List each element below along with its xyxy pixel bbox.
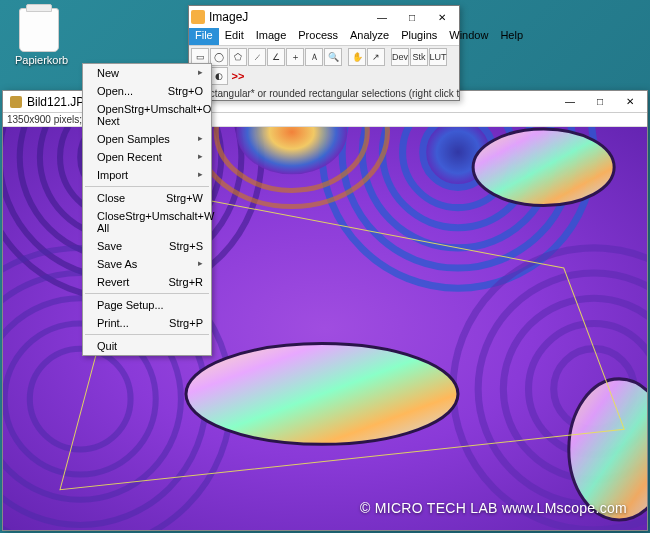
imagej-title: ImageJ xyxy=(209,10,367,24)
imagej-statusbar: *Rectangular* or rounded rectangular sel… xyxy=(189,87,459,100)
imagej-app-icon xyxy=(191,10,205,24)
file-menu-label: Open... xyxy=(97,85,133,97)
file-menu-page-setup-[interactable]: Page Setup... xyxy=(83,296,211,314)
file-menu-label: Open Recent xyxy=(97,151,162,163)
file-menu-open-[interactable]: Open...Strg+O xyxy=(83,82,211,100)
menu-file[interactable]: File xyxy=(189,28,219,45)
file-menu-label: Page Setup... xyxy=(97,299,164,311)
recycle-bin[interactable]: Papierkorb xyxy=(15,8,63,66)
file-menu-open-recent[interactable]: Open Recent▸ xyxy=(83,148,211,166)
tool-9[interactable]: ↗ xyxy=(367,48,385,66)
file-menu[interactable]: New▸Open...Strg+OOpen NextStrg+Umschalt+… xyxy=(82,63,212,356)
file-menu-open-samples[interactable]: Open Samples▸ xyxy=(83,130,211,148)
tool-more[interactable]: >> xyxy=(229,67,247,85)
submenu-arrow-icon: ▸ xyxy=(198,133,203,145)
file-menu-close-all[interactable]: Close AllStrg+Umschalt+W xyxy=(83,207,211,237)
file-menu-shortcut: Strg+W xyxy=(166,192,203,204)
file-menu-save[interactable]: SaveStrg+S xyxy=(83,237,211,255)
file-menu-label: Save As xyxy=(97,258,137,270)
svg-point-27 xyxy=(473,129,614,206)
recycle-bin-label: Papierkorb xyxy=(15,54,63,66)
tool-14[interactable]: ◐ xyxy=(210,67,228,85)
tool-2[interactable]: ⬠ xyxy=(229,48,247,66)
watermark-text: © MICRO TECH LAB www.LMscope.com xyxy=(360,500,627,516)
tool-12[interactable]: LUT xyxy=(429,48,447,66)
tool-5[interactable]: ＋ xyxy=(286,48,304,66)
menu-window[interactable]: Window xyxy=(443,28,494,45)
imagej-titlebar[interactable]: ImageJ — □ ✕ xyxy=(189,6,459,28)
image-window-icon xyxy=(10,96,22,108)
menu-process[interactable]: Process xyxy=(292,28,344,45)
imagej-window[interactable]: ImageJ — □ ✕ FileEditImageProcessAnalyze… xyxy=(188,5,460,101)
imagej-menubar[interactable]: FileEditImageProcessAnalyzePluginsWindow… xyxy=(189,28,459,46)
image-max-button[interactable]: □ xyxy=(585,92,615,112)
file-menu-label: Print... xyxy=(97,317,129,329)
file-menu-quit[interactable]: Quit xyxy=(83,337,211,355)
image-close-button[interactable]: ✕ xyxy=(615,92,645,112)
file-menu-print-[interactable]: Print...Strg+P xyxy=(83,314,211,332)
file-menu-label: Import xyxy=(97,169,128,181)
file-menu-label: Open Next xyxy=(97,103,124,127)
tool-10[interactable]: Dev xyxy=(391,48,409,66)
file-menu-shortcut: Strg+O xyxy=(168,85,203,97)
file-menu-close[interactable]: CloseStrg+W xyxy=(83,189,211,207)
tool-4[interactable]: ∠ xyxy=(267,48,285,66)
file-menu-label: Open Samples xyxy=(97,133,170,145)
file-menu-revert[interactable]: RevertStrg+R xyxy=(83,273,211,291)
file-menu-label: New xyxy=(97,67,119,79)
submenu-arrow-icon: ▸ xyxy=(198,151,203,163)
submenu-arrow-icon: ▸ xyxy=(198,67,203,79)
file-menu-save-as[interactable]: Save As▸ xyxy=(83,255,211,273)
menu-separator xyxy=(85,334,209,335)
tool-7[interactable]: 🔍 xyxy=(324,48,342,66)
recycle-bin-icon xyxy=(19,8,59,52)
file-menu-open-next[interactable]: Open NextStrg+Umschalt+O xyxy=(83,100,211,130)
file-menu-shortcut: Strg+P xyxy=(169,317,203,329)
menu-help[interactable]: Help xyxy=(494,28,529,45)
file-menu-label: Revert xyxy=(97,276,129,288)
menu-image[interactable]: Image xyxy=(250,28,293,45)
tool-3[interactable]: ⟋ xyxy=(248,48,266,66)
file-menu-label: Close xyxy=(97,192,125,204)
file-menu-label: Quit xyxy=(97,340,117,352)
tool-6[interactable]: Ａ xyxy=(305,48,323,66)
menu-separator xyxy=(85,186,209,187)
menu-analyze[interactable]: Analyze xyxy=(344,28,395,45)
imagej-toolbar[interactable]: ▭◯⬠⟋∠＋Ａ🔍✋↗DevStkLUT≡◐>> xyxy=(189,46,459,87)
menu-edit[interactable]: Edit xyxy=(219,28,250,45)
file-menu-shortcut: Strg+Umschalt+W xyxy=(125,210,214,234)
file-menu-import[interactable]: Import▸ xyxy=(83,166,211,184)
imagej-max-button[interactable]: □ xyxy=(397,7,427,27)
tool-1[interactable]: ◯ xyxy=(210,48,228,66)
file-menu-shortcut: Strg+R xyxy=(168,276,203,288)
file-menu-shortcut: Strg+S xyxy=(169,240,203,252)
submenu-arrow-icon: ▸ xyxy=(198,169,203,181)
tool-11[interactable]: Stk xyxy=(410,48,428,66)
file-menu-new[interactable]: New▸ xyxy=(83,64,211,82)
imagej-min-button[interactable]: — xyxy=(367,7,397,27)
svg-point-26 xyxy=(186,344,458,445)
submenu-arrow-icon: ▸ xyxy=(198,258,203,270)
image-min-button[interactable]: — xyxy=(555,92,585,112)
file-menu-label: Save xyxy=(97,240,122,252)
imagej-close-button[interactable]: ✕ xyxy=(427,7,457,27)
menu-separator xyxy=(85,293,209,294)
file-menu-shortcut: Strg+Umschalt+O xyxy=(124,103,211,127)
file-menu-label: Close All xyxy=(97,210,125,234)
menu-plugins[interactable]: Plugins xyxy=(395,28,443,45)
tool-8[interactable]: ✋ xyxy=(348,48,366,66)
